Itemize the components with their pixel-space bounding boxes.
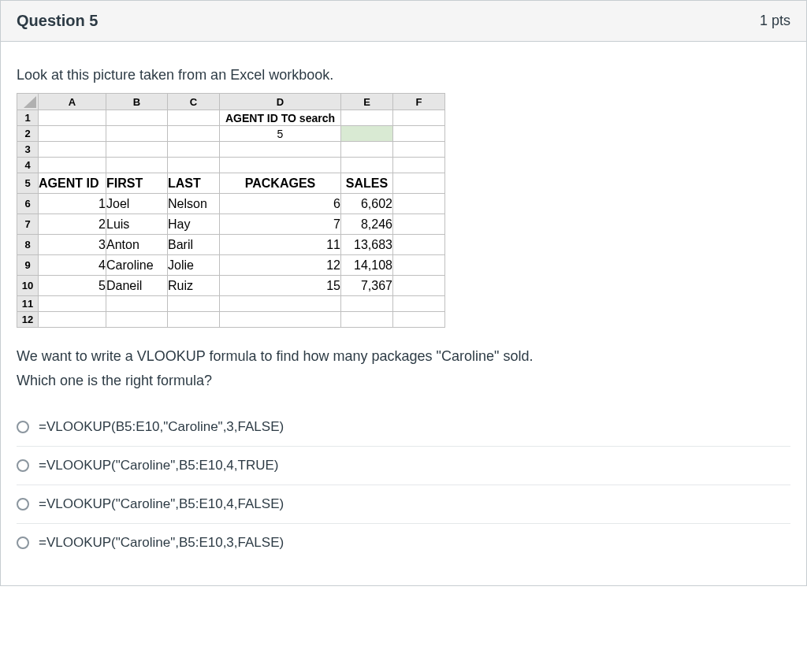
cell-D1: AGENT ID TO search: [220, 110, 341, 126]
cell-E10: 7,367: [341, 276, 393, 296]
cell-E5: SALES: [341, 173, 393, 194]
answer-text: =VLOOKUP("Caroline",B5:E10,4,FALSE): [39, 496, 284, 512]
cell-C7: Hay: [168, 214, 220, 235]
cell-B9: Caroline: [106, 255, 168, 276]
answer-option-4[interactable]: =VLOOKUP("Caroline",B5:E10,3,FALSE): [17, 524, 790, 562]
radio-icon[interactable]: [17, 421, 29, 433]
cell-E8: 13,683: [341, 235, 393, 255]
prompt-question: Which one is the right formula?: [17, 373, 790, 389]
row-header-5: 5: [17, 173, 39, 194]
radio-icon[interactable]: [17, 459, 29, 472]
cell-C1: [168, 110, 220, 126]
cell-D5: PACKAGES: [220, 173, 341, 194]
col-header-A: A: [39, 94, 106, 110]
question-body: Look at this picture taken from an Excel…: [1, 42, 806, 585]
cell-C3: [168, 142, 220, 158]
cell-C11: [168, 296, 220, 312]
cell-D11: [220, 296, 341, 312]
svg-marker-0: [24, 96, 36, 108]
prompt-context: We want to write a VLOOKUP formula to fi…: [17, 348, 790, 365]
excel-screenshot: A B C D E F 1 AGENT ID TO search: [17, 93, 790, 328]
row-header-8: 8: [17, 235, 39, 255]
cell-A12: [39, 312, 106, 328]
cell-C8: Baril: [168, 235, 220, 255]
cell-A2: [39, 126, 106, 142]
col-header-D: D: [220, 94, 341, 110]
cell-F3: [393, 142, 445, 158]
cell-B4: [106, 158, 168, 173]
cell-B1: [106, 110, 168, 126]
answer-list: =VLOOKUP(B5:E10,"Caroline",3,FALSE) =VLO…: [17, 408, 790, 562]
col-header-C: C: [168, 94, 220, 110]
answer-option-2[interactable]: =VLOOKUP("Caroline",B5:E10,4,TRUE): [17, 447, 790, 485]
cell-B7: Luis: [106, 214, 168, 235]
cell-E7: 8,246: [341, 214, 393, 235]
cell-F10: [393, 276, 445, 296]
col-header-B: B: [106, 94, 168, 110]
cell-F11: [393, 296, 445, 312]
row-header-6: 6: [17, 194, 39, 214]
col-header-E: E: [341, 94, 393, 110]
cell-D2: 5: [220, 126, 341, 142]
cell-E4: [341, 158, 393, 173]
cell-C12: [168, 312, 220, 328]
row-header-1: 1: [17, 110, 39, 126]
row-header-10: 10: [17, 276, 39, 296]
answer-option-1[interactable]: =VLOOKUP(B5:E10,"Caroline",3,FALSE): [17, 408, 790, 447]
cell-A8: 3: [39, 235, 106, 255]
cell-C9: Jolie: [168, 255, 220, 276]
cell-A10: 5: [39, 276, 106, 296]
excel-grid: A B C D E F 1 AGENT ID TO search: [17, 93, 445, 328]
cell-F5: [393, 173, 445, 194]
answer-option-3[interactable]: =VLOOKUP("Caroline",B5:E10,4,FALSE): [17, 485, 790, 524]
answer-text: =VLOOKUP("Caroline",B5:E10,3,FALSE): [39, 535, 284, 551]
cell-E2-highlight: [341, 126, 393, 142]
question-title: Question 5: [17, 12, 98, 30]
cell-B11: [106, 296, 168, 312]
cell-E6: 6,602: [341, 194, 393, 214]
cell-A7: 2: [39, 214, 106, 235]
cell-E1: [341, 110, 393, 126]
cell-B6: Joel: [106, 194, 168, 214]
cell-A6: 1: [39, 194, 106, 214]
cell-E9: 14,108: [341, 255, 393, 276]
cell-F2: [393, 126, 445, 142]
row-header-9: 9: [17, 255, 39, 276]
prompt-intro: Look at this picture taken from an Excel…: [17, 67, 790, 84]
cell-D12: [220, 312, 341, 328]
cell-D3: [220, 142, 341, 158]
cell-B2: [106, 126, 168, 142]
cell-A3: [39, 142, 106, 158]
cell-C2: [168, 126, 220, 142]
cell-F4: [393, 158, 445, 173]
cell-F7: [393, 214, 445, 235]
radio-icon[interactable]: [17, 536, 29, 549]
row-header-2: 2: [17, 126, 39, 142]
cell-A1: [39, 110, 106, 126]
cell-D6: 6: [220, 194, 341, 214]
cell-F12: [393, 312, 445, 328]
cell-D8: 11: [220, 235, 341, 255]
select-all-corner: [17, 94, 39, 110]
cell-E12: [341, 312, 393, 328]
cell-B5: FIRST: [106, 173, 168, 194]
cell-C4: [168, 158, 220, 173]
cell-B10: Daneil: [106, 276, 168, 296]
question-header: Question 5 1 pts: [1, 1, 806, 42]
radio-icon[interactable]: [17, 498, 29, 510]
answer-text: =VLOOKUP(B5:E10,"Caroline",3,FALSE): [39, 419, 284, 435]
cell-F8: [393, 235, 445, 255]
cell-B12: [106, 312, 168, 328]
cell-D4: [220, 158, 341, 173]
cell-D9: 12: [220, 255, 341, 276]
question-points: 1 pts: [760, 13, 790, 29]
row-header-3: 3: [17, 142, 39, 158]
cell-F6: [393, 194, 445, 214]
row-header-11: 11: [17, 296, 39, 312]
question-card: Question 5 1 pts Look at this picture ta…: [0, 0, 807, 586]
cell-A9: 4: [39, 255, 106, 276]
cell-A5: AGENT ID: [39, 173, 106, 194]
cell-E3: [341, 142, 393, 158]
cell-F1: [393, 110, 445, 126]
answer-text: =VLOOKUP("Caroline",B5:E10,4,TRUE): [39, 458, 279, 473]
